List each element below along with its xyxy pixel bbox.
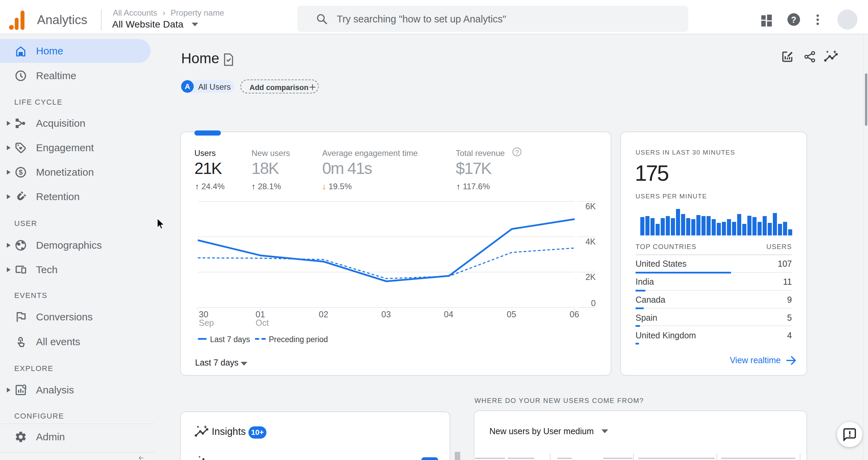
svg-text:Sep: Sep	[199, 318, 214, 328]
svg-text:06: 06	[570, 309, 579, 319]
svg-text:6K: 6K	[585, 201, 596, 211]
svg-text:05: 05	[507, 309, 516, 319]
svg-text:Canada: Canada	[636, 295, 665, 304]
svg-text:11: 11	[783, 277, 792, 286]
svg-text:107: 107	[778, 259, 792, 268]
svg-text:India: India	[636, 277, 654, 286]
svg-text:Spain: Spain	[636, 313, 657, 322]
svg-text:02: 02	[319, 309, 328, 319]
svg-text:4K: 4K	[585, 237, 596, 246]
svg-text:Last 7 days: Last 7 days	[210, 335, 250, 344]
svg-text:TOP COUNTRIES: TOP COUNTRIES	[636, 243, 696, 250]
svg-text:View realtime: View realtime	[730, 355, 781, 365]
svg-text:United Kingdom: United Kingdom	[636, 331, 696, 340]
svg-text:30: 30	[199, 309, 208, 319]
svg-text:0: 0	[591, 298, 596, 308]
svg-text:2K: 2K	[585, 272, 596, 282]
svg-text:USERS: USERS	[766, 243, 792, 250]
svg-text:$: $	[19, 168, 23, 176]
svg-text:Preceding period: Preceding period	[269, 335, 328, 344]
svg-text:5: 5	[787, 313, 792, 322]
svg-text:United States: United States	[636, 259, 687, 268]
svg-text:Last 7 days: Last 7 days	[195, 358, 239, 367]
svg-text:9: 9	[787, 295, 792, 304]
svg-text:4: 4	[787, 331, 792, 340]
svg-text:04: 04	[444, 309, 453, 319]
svg-text:03: 03	[381, 309, 391, 319]
svg-text:Oct: Oct	[256, 318, 269, 328]
svg-text:01: 01	[256, 309, 265, 319]
